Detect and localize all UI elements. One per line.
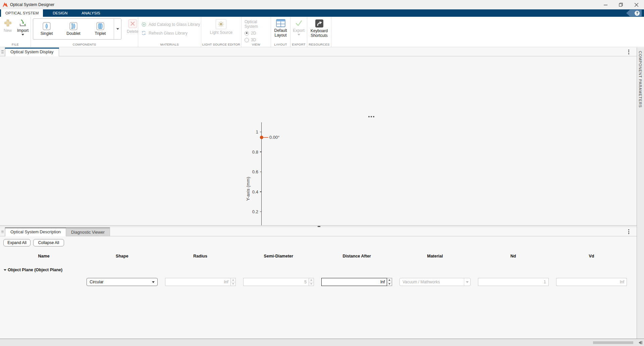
app-logo-icon — [3, 2, 8, 7]
component-parameters-strip[interactable]: COMPONENT PARAMETERS — [637, 48, 644, 339]
tab-optical-system-description[interactable]: Optical System Description — [5, 227, 66, 236]
close-icon — [635, 3, 638, 7]
restore-button[interactable] — [613, 0, 629, 9]
object-plane-group-row[interactable]: Object Plane (Object Plane) — [4, 268, 62, 272]
section-view: Optical System 2D 3D VIEW — [241, 17, 271, 47]
tab-optical-system-display[interactable]: Optical System Display — [5, 48, 59, 56]
distance-after-input[interactable]: Inf — [321, 278, 387, 286]
vd-input[interactable]: Inf — [556, 278, 627, 286]
y-tick-label: 0.2 — [252, 209, 258, 214]
radius-spinner[interactable]: Inf — [165, 278, 236, 286]
panel-menu-icon[interactable] — [628, 50, 629, 54]
section-caption-light-source-editor: LIGHT SOURCE EDITOR — [201, 43, 241, 46]
panel-menu-icon[interactable] — [628, 229, 629, 234]
import-icon — [18, 19, 27, 27]
radius-spinner-buttons[interactable] — [231, 278, 236, 286]
layout-grid-icon — [276, 19, 285, 27]
column-header-material: Material — [396, 254, 474, 258]
section-caption-materials: MATERIALS — [138, 43, 201, 46]
help-icon: ? — [635, 11, 640, 16]
name-cell — [5, 278, 83, 286]
optical-system-description-panel: Expand All Collapse All Name Shape Radiu… — [0, 236, 637, 339]
panel-grip-handle[interactable] — [0, 48, 5, 56]
minimize-button[interactable] — [598, 0, 613, 9]
radio-3d-icon — [245, 38, 249, 42]
y-tick-label: 1 — [256, 129, 258, 134]
doublet-lens-icon — [69, 22, 77, 30]
singlet-lens-icon — [43, 22, 51, 30]
nd-input[interactable]: 1 — [478, 278, 549, 286]
distance-after-spinner[interactable]: Inf — [321, 278, 392, 286]
grip-icon — [1, 230, 4, 233]
import-dropdown-caret-icon[interactable] — [21, 34, 24, 36]
doublet-button[interactable]: Doublet — [60, 19, 87, 39]
section-caption-resources: RESOURCES — [307, 43, 331, 46]
radio-2d[interactable]: 2D — [245, 31, 271, 36]
tab-diagnostic-viewer[interactable]: Diagnostic Viewer — [66, 227, 110, 236]
section-components: Singlet Doublet Triplet — [31, 17, 138, 47]
section-caption-layout: LAYOUT — [271, 43, 290, 46]
shape-dropdown-caret-icon — [152, 281, 155, 283]
status-bar — [0, 339, 644, 346]
triplet-lens-icon — [96, 22, 104, 30]
semi-diameter-spinner-buttons[interactable] — [309, 278, 314, 286]
description-tab-bar: Optical System Description Diagnostic Vi… — [0, 227, 637, 236]
optical-system-group-label: Optical System — [245, 19, 271, 29]
close-button[interactable] — [629, 0, 644, 9]
new-plus-icon — [4, 19, 12, 27]
material-dropdown[interactable]: Vacuum / Mathworks — [399, 278, 470, 286]
dock-collapse-icon[interactable] — [638, 340, 643, 345]
add-catalog-button[interactable]: Add Catalog to Glass Library — [141, 21, 201, 27]
column-header-name: Name — [5, 254, 83, 258]
section-resources: KeyboardShortcuts RESOURCES — [307, 17, 331, 47]
shape-dropdown[interactable]: Circular — [87, 278, 157, 286]
ribbon-tab-analysis[interactable]: ANALYSIS — [77, 9, 104, 17]
optical-system-display-panel: 00.20.40.60.81-0.200.20.40.60.81Z-axis (… — [0, 56, 637, 225]
gallery-overflow-caret-icon — [116, 28, 119, 30]
restore-icon — [619, 3, 623, 7]
section-materials: Add Catalog to Glass Library Refresh Gla… — [138, 17, 201, 47]
section-caption-export: EXPORT — [290, 43, 307, 46]
panel-grip-handle[interactable] — [0, 227, 5, 236]
y-axis-label: Y-axis (mm) — [246, 177, 251, 201]
ribbon-tab-optical-system[interactable]: OPTICAL SYSTEM — [1, 9, 43, 17]
radio-3d[interactable]: 3D — [245, 38, 271, 42]
gallery-overflow-button[interactable] — [114, 19, 121, 39]
material-dropdown-button[interactable] — [464, 278, 470, 286]
table-header-row: Name Shape Radius Semi-Diameter Distance… — [5, 254, 631, 258]
display-tab-bar: Optical System Display — [0, 48, 637, 56]
collapse-all-button[interactable]: Collapse All — [33, 239, 64, 246]
triplet-button[interactable]: Triplet — [87, 19, 114, 39]
window-title: Optical System Designer — [10, 2, 54, 7]
section-caption-components: COMPONENTS — [31, 43, 138, 46]
ribbon-tab-bar: OPTICAL SYSTEM DESIGN ANALYSIS ? — [0, 9, 644, 17]
section-light-source-editor: Light Source LIGHT SOURCE EDITOR — [201, 17, 241, 47]
semi-diameter-spinner[interactable]: 5 — [243, 278, 314, 286]
help-button[interactable]: ? — [626, 10, 642, 16]
column-header-shape: Shape — [83, 254, 161, 258]
expand-all-button[interactable]: Expand All — [3, 239, 31, 246]
y-tick-label: 0.8 — [252, 150, 258, 155]
title-bar: Optical System Designer — [0, 0, 644, 9]
y-tick-label: 0.6 — [252, 169, 258, 174]
delete-x-icon — [128, 19, 137, 28]
export-dropdown-caret-icon — [298, 34, 300, 36]
section-export: Export EXPORT — [290, 17, 307, 47]
light-source-sun-icon — [218, 21, 224, 27]
section-file: New Import FILE — [0, 17, 31, 47]
column-header-radius: Radius — [161, 254, 239, 258]
add-catalog-icon — [141, 21, 147, 27]
component-parameters-label: COMPONENT PARAMETERS — [638, 48, 642, 108]
singlet-button[interactable]: Singlet — [33, 19, 60, 39]
light-source-marker — [260, 136, 263, 139]
splitter-handle-icon — [318, 226, 320, 227]
toolbar-empty-space — [331, 17, 644, 47]
refresh-glass-library-button[interactable]: Refresh Glass Library — [141, 30, 201, 36]
distance-after-spinner-buttons[interactable] — [387, 278, 392, 286]
component-gallery: Singlet Doublet Triplet — [33, 18, 121, 40]
section-layout: DefaultLayout LAYOUT — [271, 17, 290, 47]
ribbon-toolbar: New Import FILE Singlet — [0, 17, 644, 47]
radio-2d-icon — [245, 31, 249, 36]
horizontal-scrollbar-thumb[interactable] — [593, 341, 633, 344]
ribbon-tab-design[interactable]: DESIGN — [48, 9, 72, 17]
